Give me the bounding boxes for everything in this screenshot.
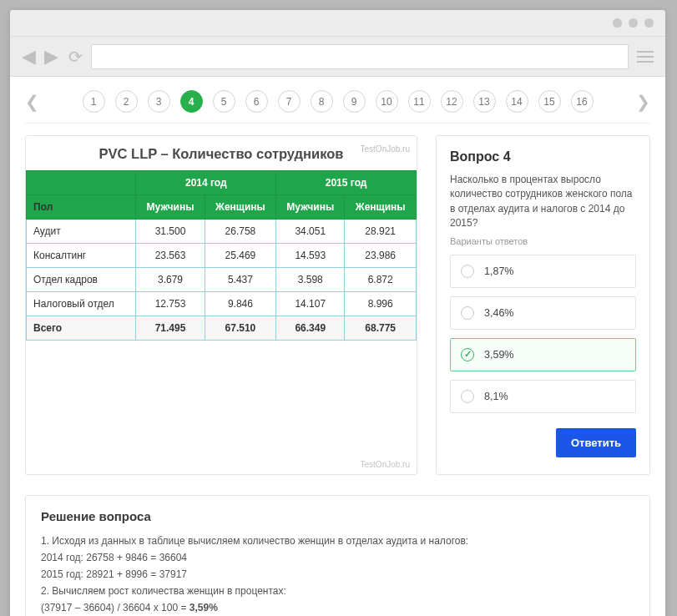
gender-col-header: Пол bbox=[27, 195, 136, 220]
cell: 12.753 bbox=[136, 292, 205, 316]
cell: 5.437 bbox=[205, 268, 276, 292]
step-12[interactable]: 12 bbox=[441, 90, 463, 113]
men-2015-header: Мужчины bbox=[276, 195, 345, 220]
options-label: Варианты ответов bbox=[450, 236, 636, 246]
solution-line: 2015 год: 28921 + 8996 = 37917 bbox=[41, 567, 634, 582]
cell: 6.872 bbox=[345, 268, 417, 292]
row-label: Отдел кадров bbox=[27, 268, 136, 292]
year-b-header: 2015 год bbox=[276, 171, 417, 195]
solution-line: 2014 год: 26758 + 9846 = 36604 bbox=[41, 550, 634, 565]
step-15[interactable]: 15 bbox=[538, 90, 561, 113]
answer-option[interactable]: 3,46% bbox=[450, 296, 636, 330]
title-bar bbox=[10, 10, 665, 37]
option-label: 8,1% bbox=[484, 391, 508, 402]
table-row: Налоговый отдел12.7539.84614.1078.996 bbox=[27, 292, 417, 316]
step-5[interactable]: 5 bbox=[213, 90, 235, 113]
step-4[interactable]: 4 bbox=[180, 90, 203, 113]
back-arrow-icon[interactable]: ◀ bbox=[22, 46, 36, 68]
step-6[interactable]: 6 bbox=[245, 90, 268, 113]
next-page-icon[interactable]: ❯ bbox=[636, 92, 650, 112]
data-table-card: TestOnJob.ru PVC LLP – Количество сотруд… bbox=[25, 135, 417, 475]
row-label: Консалтинг bbox=[27, 244, 136, 268]
table-row: Аудит31.50026.75834.05128.921 bbox=[27, 220, 417, 244]
submit-button[interactable]: Ответить bbox=[556, 428, 636, 457]
cell: 23.563 bbox=[136, 244, 205, 268]
row-label: Аудит bbox=[27, 220, 136, 244]
solution-line: 2. Вычисляем рост количества женщин в пр… bbox=[41, 583, 634, 598]
cell: 14.107 bbox=[276, 292, 345, 316]
cell: 31.500 bbox=[136, 220, 205, 244]
step-1[interactable]: 1 bbox=[83, 90, 105, 113]
cell: 34.051 bbox=[276, 220, 345, 244]
cell: 71.495 bbox=[136, 316, 205, 341]
question-card: Вопрос 4 Насколько в процентах выросло к… bbox=[436, 135, 650, 475]
option-label: 3,59% bbox=[484, 349, 513, 361]
forward-arrow-icon[interactable]: ▶ bbox=[44, 46, 58, 68]
solution-result-value: 3,59% bbox=[189, 602, 218, 613]
radio-icon bbox=[461, 306, 474, 320]
cell: 26.758 bbox=[205, 220, 276, 244]
step-14[interactable]: 14 bbox=[506, 90, 528, 113]
step-9[interactable]: 9 bbox=[343, 90, 366, 113]
page-content: ❮ 12345678910111213141516 ❯ TestOnJob.ru… bbox=[10, 77, 665, 616]
solution-body: 1. Исходя из данных в таблице вычисляем … bbox=[41, 533, 634, 615]
answer-option[interactable]: 1,87% bbox=[450, 255, 636, 288]
step-11[interactable]: 11 bbox=[408, 90, 431, 113]
table-row: Консалтинг23.56325.46914.59323.986 bbox=[27, 244, 417, 268]
url-input[interactable] bbox=[91, 44, 629, 69]
cell: 3.598 bbox=[276, 268, 345, 292]
watermark-top: TestOnJob.ru bbox=[361, 144, 410, 154]
cell: 14.593 bbox=[276, 244, 345, 268]
men-2014-header: Мужчины bbox=[136, 195, 205, 220]
cell: 68.775 bbox=[345, 316, 417, 341]
window-control-dot[interactable] bbox=[629, 18, 638, 28]
answer-option[interactable]: 8,1% bbox=[450, 380, 636, 413]
window-control-dot[interactable] bbox=[644, 18, 654, 28]
women-2015-header: Женщины bbox=[345, 195, 417, 220]
women-2014-header: Женщины bbox=[205, 195, 276, 220]
step-16[interactable]: 16 bbox=[571, 90, 594, 113]
step-2[interactable]: 2 bbox=[115, 90, 138, 113]
cell: 25.469 bbox=[205, 244, 276, 268]
cell: 8.996 bbox=[345, 292, 417, 316]
cell: 9.846 bbox=[205, 292, 276, 316]
year-a-header: 2014 год bbox=[136, 171, 276, 195]
table-total-row: Всего71.49567.51066.34968.775 bbox=[27, 316, 417, 341]
option-label: 1,87% bbox=[484, 265, 513, 277]
total-label: Всего bbox=[27, 316, 136, 341]
radio-icon bbox=[461, 265, 474, 278]
cell: 28.921 bbox=[345, 220, 417, 244]
menu-icon[interactable] bbox=[637, 51, 654, 63]
question-text: Насколько в процентах выросло количество… bbox=[450, 173, 636, 231]
watermark-bottom: TestOnJob.ru bbox=[361, 460, 410, 469]
window-control-dot[interactable] bbox=[613, 18, 622, 28]
table-corner-cell bbox=[27, 171, 136, 195]
step-10[interactable]: 10 bbox=[376, 90, 398, 113]
step-3[interactable]: 3 bbox=[148, 90, 170, 113]
solution-card: Решение вопроса 1. Исходя из данных в та… bbox=[25, 495, 650, 616]
solution-result-prefix: (37917 – 36604) / 36604 x 100 = bbox=[41, 602, 189, 613]
step-7[interactable]: 7 bbox=[278, 90, 301, 113]
option-label: 3,46% bbox=[484, 307, 513, 319]
step-8[interactable]: 8 bbox=[311, 90, 333, 113]
step-13[interactable]: 13 bbox=[473, 90, 496, 113]
answer-option[interactable]: 3,59% bbox=[450, 338, 636, 371]
table-title: PVC LLP – Количество сотрудников bbox=[26, 136, 417, 170]
cell: 66.349 bbox=[276, 316, 345, 341]
address-bar: ◀ ▶ ⟳ bbox=[10, 37, 665, 77]
cell: 3.679 bbox=[136, 268, 205, 292]
solution-line: (37917 – 36604) / 36604 x 100 = 3,59% bbox=[41, 600, 634, 615]
radio-icon bbox=[461, 390, 474, 403]
browser-window: ◀ ▶ ⟳ ❮ 12345678910111213141516 ❯ TestOn… bbox=[10, 10, 665, 616]
cell: 67.510 bbox=[205, 316, 276, 341]
solution-line: 1. Исходя из данных в таблице вычисляем … bbox=[41, 533, 634, 548]
reload-icon[interactable]: ⟳ bbox=[68, 47, 83, 67]
question-pagination: ❮ 12345678910111213141516 ❯ bbox=[25, 87, 650, 124]
question-heading: Вопрос 4 bbox=[450, 149, 636, 164]
radio-icon bbox=[461, 348, 474, 361]
table-row: Отдел кадров3.6795.4373.5986.872 bbox=[27, 268, 417, 292]
prev-page-icon[interactable]: ❮ bbox=[25, 92, 39, 112]
row-label: Налоговый отдел bbox=[27, 292, 136, 316]
solution-heading: Решение вопроса bbox=[41, 509, 634, 523]
cell: 23.986 bbox=[345, 244, 417, 268]
